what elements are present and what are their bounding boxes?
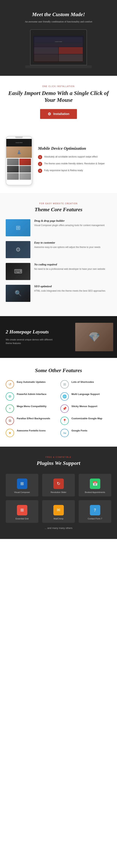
install-button-label: Installation (53, 112, 69, 116)
seo-icon: 🔍 (14, 290, 22, 297)
megamenu-icon: ≡ (6, 404, 14, 413)
feat-item-1: ↺ Easy Automatic Updates (6, 380, 57, 389)
drag-drop-icon: ⊞ (16, 224, 21, 231)
mobile-feature-2: 2 The theme uses mobile friendly sliders… (38, 162, 111, 166)
feat-item-8: 📍 Customizable Google Map (60, 416, 111, 425)
feat-item-5: ≡ Mega Menu Compatibility (6, 404, 57, 413)
phone-screen-strip: COLLECTION (6, 139, 32, 147)
feat-item-10: Aa Google Fonts (60, 429, 111, 437)
feat-item-6: 📌 Sticky Menus Support (60, 404, 111, 413)
hero-section: Meet the Custom Made! An awesome user fr… (0, 0, 117, 76)
feature-img-inner-4: 🔍 (6, 285, 30, 302)
feat-item-9: ★ Awesome Fontello Icons (6, 429, 57, 437)
phone-screen: COLLECTION 👗 (6, 139, 32, 183)
feature-image-4: 🔍 (6, 285, 30, 302)
core-features-eyebrow: FOR EASY WEBSITE CREATION (6, 203, 111, 205)
features-grid: ↺ Easy Automatic Updates ⊞ Lots of Short… (6, 380, 111, 437)
plugin-name-eg: Essential Grid (16, 517, 28, 520)
easy-updates-icon: ↺ (6, 380, 14, 389)
plugins-eyebrow: FREE & COMPATIBLE (6, 456, 111, 458)
feature-img-inner-2: ⚙ (6, 241, 30, 258)
admin-icon: ⚙ (6, 392, 14, 401)
layouts-title: 2 Homepage Layouts (6, 329, 59, 335)
plugins-title: Plugins We Support (6, 460, 111, 466)
google-fonts-icon: Aa (60, 429, 69, 437)
feat-item-3: ⚙ Powerful Admin Interface (6, 392, 57, 401)
feature-text-2: Awesome easy-to-use options will adjust … (34, 245, 111, 249)
mobile-title: Mobile Device Optimization (38, 146, 111, 151)
plugin-item-mc: ✉ MailChimp (42, 500, 75, 523)
screen-header (33, 32, 84, 36)
installation-button[interactable]: ⚙ Installation (40, 109, 77, 119)
multilang-icon: 🌐 (60, 392, 69, 401)
feat-label-5: Mega Menu Compatibility (17, 405, 47, 408)
laptop-mockup: FASHION THEME (30, 29, 87, 65)
laptop-base (25, 65, 92, 68)
phone-thumb-1 (7, 159, 19, 165)
feature-image-1: ⊞ (6, 219, 30, 236)
mobile-feature-text-1: Absolutely all scrollable sections suppo… (44, 155, 98, 158)
feat-label-10: Google Fonts (71, 429, 87, 432)
core-features-section: FOR EASY WEBSITE CREATION Theme Core Fea… (0, 193, 117, 316)
hero-subtitle: An awesome user friendly combination of … (8, 20, 109, 24)
sticky-menus-icon: 📌 (60, 404, 69, 413)
feature-row-4: 🔍 SEO optimized HTML code integrated int… (6, 285, 111, 302)
phone-thumb-3 (7, 166, 19, 173)
screen-content: FASHION THEME (33, 32, 84, 62)
plugin-name-vc: Visual Composer (14, 491, 30, 494)
essential-grid-icon: ⊞ (17, 505, 27, 516)
feature-text-3: No need to be a professional web develop… (34, 267, 111, 271)
mobile-section: COLLECTION 👗 Mobile Device Optimization … (0, 128, 117, 193)
hero-content: Meet the Custom Made! An awesome user fr… (8, 11, 109, 68)
installation-section: ONE CLICK INSTALLATION Easily Import Dem… (0, 76, 117, 128)
plugin-item-eg: ⊞ Essential Grid (6, 500, 38, 523)
phone-mockup: COLLECTION 👗 (6, 136, 32, 185)
feature-text-4: HTML code integrated into the theme meet… (34, 289, 111, 293)
no-coding-icon: ⌨ (14, 268, 22, 275)
phone-thumb-6 (19, 173, 31, 180)
plugins-grid: ⊞ Visual Composer ↻ Revolution Slider 📅 … (6, 474, 111, 523)
mobile-feature-text-2: The theme uses mobile friendly sliders: … (44, 162, 105, 165)
fontello-icon: ★ (6, 429, 14, 437)
feat-label-8: Customizable Google Map (71, 417, 103, 420)
feature-row-2: ⚙ Easy to customize Awesome easy-to-use … (6, 241, 111, 258)
feature-title-3: No coding required (34, 263, 111, 266)
feat-item-4: 🌐 Multi Language Support (60, 392, 111, 401)
phone-screen-content (6, 158, 32, 181)
feature-title-2: Easy to customize (34, 241, 111, 244)
mailchimp-icon: ✉ (53, 505, 64, 516)
layouts-decoration: 💎 (75, 323, 113, 351)
phone-notch (15, 136, 23, 138)
feat-label-6: Sticky Menus Support (71, 405, 97, 408)
feature-title-1: Drag & drop page builder (34, 219, 111, 222)
feat-label-9: Awesome Fontello Icons (17, 429, 46, 432)
plugin-item-cf: 7 Contact Form 7 (79, 500, 111, 523)
shortcodes-icon: ⊞ (60, 380, 69, 389)
feat-label-4: Multi Language Support (71, 393, 100, 396)
installation-title: Easily Import Demo With a Single Click o… (8, 90, 109, 103)
revolution-slider-icon: ↻ (53, 478, 64, 489)
feature-image-2: ⚙ (6, 241, 30, 258)
feat-label-7: Parallax Effect Backgrounds (17, 417, 50, 420)
contact-form-icon: 7 (90, 505, 100, 516)
feat-label-3: Powerful Admin Interface (17, 393, 46, 396)
mobile-text: Mobile Device Optimization 1 Absolutely … (38, 146, 111, 176)
phone-thumb-5 (7, 173, 19, 180)
feat-label-1: Easy Automatic Updates (17, 380, 46, 383)
customize-icon: ⚙ (16, 246, 21, 253)
visual-composer-icon: ⊞ (17, 478, 27, 489)
other-features-section: Some Other Features ↺ Easy Automatic Upd… (0, 358, 117, 446)
other-features-title: Some Other Features (6, 367, 111, 373)
phone-thumb-4 (19, 166, 31, 173)
feature-desc-3: No coding required No need to be a profe… (34, 263, 111, 271)
installation-eyebrow: ONE CLICK INSTALLATION (8, 85, 109, 87)
feat-item-2: ⊞ Lots of Shortcodes (60, 380, 111, 389)
plugin-item-ba: 📅 Booked Appointments (79, 474, 111, 496)
booked-appointments-icon: 📅 (90, 478, 100, 489)
plugins-more-text: ... and many many others (6, 527, 111, 529)
plugin-name-ba: Booked Appointments (85, 491, 105, 494)
parallax-icon: ⧉ (6, 416, 14, 425)
feature-row-3: ⌨ No coding required No need to be a pro… (6, 263, 111, 280)
plugin-item-vc: ⊞ Visual Composer (6, 474, 38, 496)
feature-desc-2: Easy to customize Awesome easy-to-use op… (34, 241, 111, 249)
